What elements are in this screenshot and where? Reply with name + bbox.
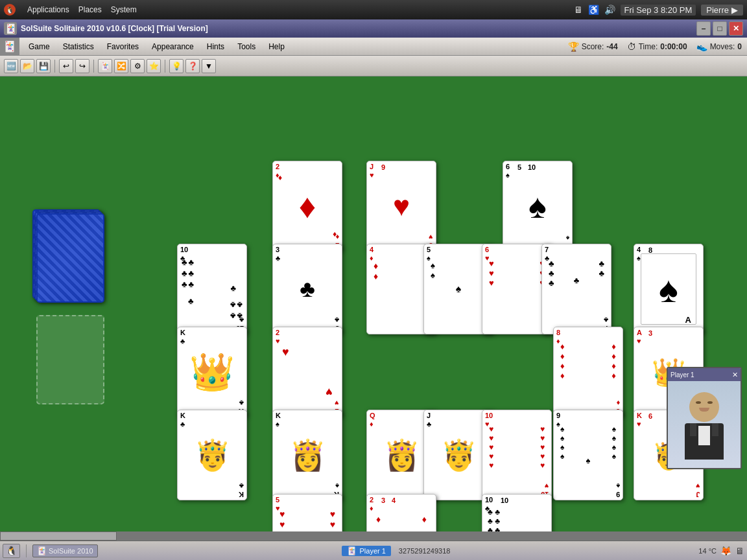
player-close[interactable]: ✕ [732, 371, 738, 379]
game-area[interactable]: 2♦ 2♦ ♦ ♦ ♦ J♥ 3♥ ♥ 9 6♠ 10♠ ♠ 5 10 [0, 76, 747, 531]
score-label: Score: [582, 42, 604, 51]
player-avatar [668, 381, 741, 469]
deck-card-1[interactable] [36, 213, 104, 303]
moves-value: 0 [737, 42, 742, 51]
card-2-hearts-r3[interactable]: 2♥ 2♥ ♥ ♥ [272, 327, 342, 417]
tb-new[interactable]: 🆕 [4, 59, 18, 73]
score-value: -44 [606, 42, 617, 51]
tb-settings[interactable]: ⚙ [130, 59, 145, 73]
player-status-name: Player 1 [359, 547, 385, 555]
taskbar: 🐧 🃏 SolSuite 2010 🃏 Player 1 32752912493… [0, 541, 747, 560]
system-bar: 🐧 Applications Places System 🖥 ♿ 🔊 Fri S… [0, 0, 747, 19]
scroll-thumb[interactable] [0, 531, 117, 541]
menu-appearance[interactable]: Appearance [145, 40, 200, 53]
scroll-area [0, 531, 747, 541]
moves-label: Moves: [710, 42, 735, 51]
card-9-spades-r4[interactable]: 9♠ 9♠ ♠♠♠♠ ♠♠♠♠ ♠ [553, 410, 623, 500]
score-area: 🏆Score:-44 ⏱Time:0:00:00 👟Moves:0 [568, 41, 747, 52]
time-label: Time: [639, 42, 658, 51]
minimize-button[interactable]: – [696, 21, 711, 36]
tb-hint[interactable]: 💡 [169, 59, 184, 73]
taskbar-app-label: SolSuite 2010 [49, 547, 93, 555]
time-value: 0:00:00 [660, 42, 687, 51]
menu-game[interactable]: Game [22, 40, 56, 53]
menu-bar: 🃏 Game Statistics Favorites Appearance H… [0, 38, 747, 56]
menu-statistics[interactable]: Statistics [56, 40, 101, 53]
tb-shuffle[interactable]: 🔀 [114, 59, 128, 73]
maximize-button[interactable]: □ [713, 21, 727, 36]
tb-arrow-down[interactable]: ▼ [202, 59, 216, 73]
card-king-spades-r4[interactable]: K♠ K♠ 👸 [272, 410, 342, 500]
card-king-clubs-r3[interactable]: K♣ K♣ 👑 [177, 327, 247, 417]
app-window: 🃏 SolSuite Solitaire 2010 v10.6 [Clock] … [0, 19, 747, 560]
tb-undo[interactable]: ↩ [59, 59, 73, 73]
card-10-hearts-r4[interactable]: 10♥ 10♥ ♥♥♥♥♥ ♥♥♥♥♥ [482, 410, 552, 500]
temperature: 14 °C [698, 547, 717, 555]
window-title: SolSuite Solitaire 2010 v10.6 [Clock] [T… [21, 24, 208, 33]
full-layout: 🐧 Applications Places System 🖥 ♿ 🔊 Fri S… [0, 0, 747, 560]
close-button[interactable]: ✕ [729, 21, 743, 36]
taskbar-right-area: 14 °C 🦊 🖥 [698, 546, 744, 556]
sysbar-system[interactable]: System [111, 5, 137, 14]
taskbar-app-solsuite[interactable]: 🃏 SolSuite 2010 [32, 544, 98, 557]
player-id: 3275291249318 [395, 547, 455, 555]
tb-deal[interactable]: 🃏 [98, 59, 112, 73]
card-3-clubs-r2[interactable]: 3♣ 3♣ ♣ [272, 244, 342, 334]
sysbar-user: Pierre▶ [701, 5, 743, 16]
card-5-hearts-r5[interactable]: 5♥ 5♥ ♥♥ ♥♥ ♥ [272, 494, 342, 531]
card-234-diamonds-r5[interactable]: 2♦ 3 4 ♦ ♦ ♦ ♦ 4♦ [366, 494, 436, 531]
tb-star[interactable]: ⭐ [147, 59, 161, 73]
menu-hints[interactable]: Hints [200, 40, 231, 53]
tb-help[interactable]: ❓ [185, 59, 200, 73]
card-j-hearts-r1[interactable]: J♥ 3♥ ♥ 9 [366, 161, 436, 251]
tb-save[interactable]: 💾 [36, 59, 51, 73]
tb-redo[interactable]: ↪ [75, 59, 89, 73]
card-8-diamonds-r3[interactable]: 8♦ 8♦ ♦♦♦♦ ♦♦♦♦ [553, 327, 623, 417]
app-logo: 🃏 [0, 38, 19, 56]
player-box: Player 1 ✕ [667, 367, 742, 469]
card-king-clubs-r4[interactable]: K♣ K♣ 🤴 [177, 410, 247, 500]
card-4-back-r2[interactable]: 4♠ 8 ♠ A [634, 244, 704, 334]
menu-help[interactable]: Help [262, 40, 291, 53]
card-1010-9-clubs-r5[interactable]: 10♣ 10 ♣ ♣♣ ♣♣ ♣♣ ♣♣ 9♣ [482, 494, 552, 531]
sysbar-applications[interactable]: Applications [27, 5, 69, 14]
tb-open[interactable]: 📂 [20, 59, 34, 73]
toolbar: 🆕 📂 💾 ↩ ↪ 🃏 🔀 ⚙ ⭐ 💡 ❓ ▼ [0, 56, 747, 76]
card-7-clubs-r2[interactable]: 7♣ 7♣ ♣♣♣ ♣♣ ♣ [541, 244, 611, 334]
waste-pile[interactable] [36, 315, 104, 404]
player-name: Player 1 [670, 371, 694, 379]
sysbar-places[interactable]: Places [78, 5, 102, 14]
player-box-title: Player 1 ✕ [668, 368, 741, 381]
card-2-diamonds-r1[interactable]: 2♦ 2♦ ♦ ♦ ♦ [272, 161, 342, 251]
player-status-bar: 🃏 Player 1 [342, 546, 390, 556]
sysbar-datetime: Fri Sep 3 8:20 PM [621, 5, 696, 16]
title-bar: 🃏 SolSuite Solitaire 2010 v10.6 [Clock] … [0, 19, 747, 38]
start-button[interactable]: 🐧 [3, 544, 20, 558]
menu-tools[interactable]: Tools [231, 40, 262, 53]
menu-favorites[interactable]: Favorites [101, 40, 145, 53]
card-6510-spades-r1[interactable]: 6♠ 10♠ ♠ 5 10 [503, 161, 573, 251]
card-10-clubs-r2[interactable]: 10♣ 10♣ ♣♣ ♣♣ ♣♣ ♣ ♣ ♣♣ ♣♣ [177, 244, 247, 334]
